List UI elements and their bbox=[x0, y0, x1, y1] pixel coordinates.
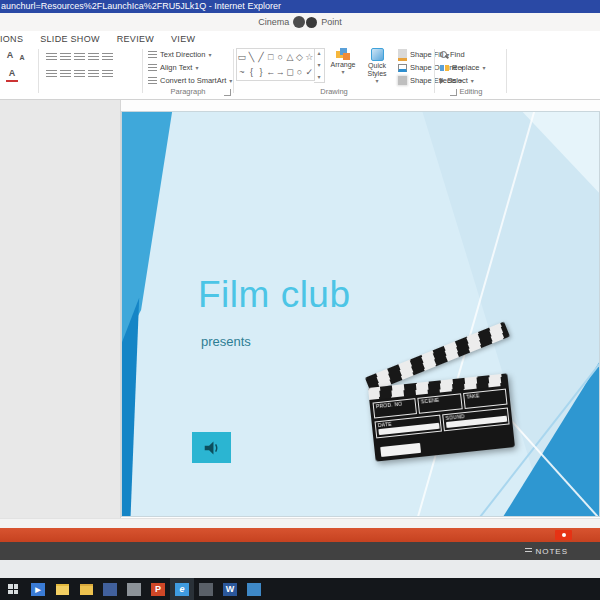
align-center-icon[interactable] bbox=[60, 70, 71, 79]
app-icon bbox=[103, 583, 117, 596]
notification-badge[interactable] bbox=[555, 530, 572, 540]
shape-gallery-item[interactable]: △ bbox=[286, 52, 293, 62]
scroll-up-icon[interactable]: ▴ bbox=[317, 49, 320, 58]
taskbar-file-explorer[interactable] bbox=[50, 578, 74, 600]
shape-gallery-item[interactable]: ◇ bbox=[296, 52, 303, 62]
group-separator bbox=[38, 49, 39, 93]
tab-slide-show[interactable]: SLIDE SHOW bbox=[40, 34, 100, 44]
taskbar-internet-explorer[interactable]: e bbox=[170, 578, 194, 600]
grow-font-icon[interactable]: A bbox=[4, 50, 16, 62]
speaker-icon bbox=[203, 440, 221, 456]
replace-button[interactable]: Replace ▾ bbox=[440, 62, 486, 73]
font-color-icon[interactable]: A bbox=[6, 68, 18, 82]
taskbar-media-player[interactable]: ▶ bbox=[26, 578, 50, 600]
tab-transitions-partial[interactable]: IONS bbox=[0, 34, 23, 44]
find-label: Find bbox=[450, 50, 465, 59]
slide-subtitle[interactable]: presents bbox=[201, 334, 251, 349]
shrink-font-icon[interactable]: A bbox=[16, 52, 28, 64]
align-text-button[interactable]: Align Text ▾ bbox=[148, 62, 198, 73]
convert-to-smartart-button[interactable]: Convert to SmartArt ▾ bbox=[148, 75, 232, 86]
shape-gallery-item[interactable]: ← bbox=[266, 67, 275, 77]
bullets-icon[interactable] bbox=[46, 53, 57, 62]
quick-styles-button[interactable]: Quick Styles ▾ bbox=[361, 48, 393, 88]
ribbon-tab-bar: IONS SLIDE SHOW REVIEW VIEW bbox=[0, 31, 600, 46]
clapper-board: PROD. NO SCENE TAKE DATE SOUND bbox=[368, 373, 515, 461]
slide-title[interactable]: Film club bbox=[198, 274, 351, 316]
shape-gallery-item[interactable]: → bbox=[276, 67, 285, 77]
numbering-icon[interactable] bbox=[60, 53, 71, 62]
notes-label: NOTES bbox=[535, 547, 568, 556]
align-text-icon bbox=[148, 64, 157, 72]
shape-gallery-item[interactable]: ╱ bbox=[258, 52, 263, 62]
slide[interactable]: Film club presents PROD. NO SCENE TAKE bbox=[122, 112, 599, 516]
scroll-down-icon[interactable]: ▾ bbox=[317, 61, 320, 70]
ie-icon: e bbox=[175, 583, 189, 596]
select-button[interactable]: Select ▾ bbox=[440, 75, 474, 86]
select-icon bbox=[440, 78, 444, 84]
chevron-down-icon: ▾ bbox=[471, 78, 474, 84]
increase-indent-icon[interactable] bbox=[88, 53, 99, 62]
shape-outline-icon bbox=[398, 64, 407, 72]
editing-group-label: Editing bbox=[437, 87, 505, 96]
text-direction-button[interactable]: Text Direction ▾ bbox=[148, 49, 211, 60]
taskbar-word[interactable]: W bbox=[218, 578, 242, 600]
drawing-group-label: Drawing bbox=[299, 87, 369, 96]
gallery-more-icon[interactable]: ▾ bbox=[317, 73, 320, 82]
shape-gallery-item[interactable]: } bbox=[260, 67, 263, 77]
clapper-value-box bbox=[380, 443, 421, 457]
shape-fill-icon bbox=[398, 49, 407, 61]
quick-styles-label: Quick Styles bbox=[361, 62, 393, 78]
clapperboard-image[interactable]: PROD. NO SCENE TAKE DATE SOUND bbox=[360, 326, 535, 486]
tab-review[interactable]: REVIEW bbox=[117, 34, 154, 44]
find-icon bbox=[440, 51, 447, 58]
smartart-icon bbox=[148, 77, 157, 85]
start-button[interactable] bbox=[0, 578, 26, 600]
chevron-down-icon: ▾ bbox=[229, 78, 232, 84]
notes-button[interactable]: NOTES bbox=[525, 547, 568, 556]
align-right-icon[interactable] bbox=[74, 70, 85, 79]
shape-gallery-item[interactable]: ◻ bbox=[286, 67, 293, 77]
text-direction-label: Text Direction bbox=[160, 50, 205, 59]
audio-playback-button[interactable] bbox=[192, 432, 231, 463]
justify-icon[interactable] bbox=[88, 70, 99, 79]
shape-gallery-item[interactable]: ○ bbox=[278, 52, 283, 62]
shape-gallery-item[interactable]: { bbox=[250, 67, 253, 77]
shape-gallery-item[interactable]: □ bbox=[268, 52, 273, 62]
notification-bar bbox=[0, 528, 600, 542]
align-left-icon[interactable] bbox=[46, 70, 57, 79]
account-avatar[interactable] bbox=[293, 16, 305, 28]
shape-effects-icon bbox=[398, 76, 407, 85]
shape-gallery-item[interactable]: ▭ bbox=[238, 52, 247, 62]
ie-titlebar: aunchurl=Resources%2FLaunchIca%2FRU5JLk1… bbox=[0, 0, 600, 13]
find-button[interactable]: Find bbox=[440, 49, 465, 60]
powerpoint-titlebar: Cinema Point bbox=[0, 13, 600, 31]
columns-icon[interactable] bbox=[102, 70, 113, 79]
taskbar-powerpoint[interactable]: P bbox=[146, 578, 170, 600]
document-title: Cinema bbox=[258, 17, 289, 27]
shape-gallery-item[interactable]: ○ bbox=[297, 67, 302, 77]
shapes-gallery: ▭ ╲ ╱ □ ○ △ ◇ ☆ ~ { } ← → ◻ ○ ✓ bbox=[236, 48, 315, 81]
group-separator bbox=[434, 49, 435, 93]
line-spacing-icon[interactable] bbox=[102, 53, 113, 62]
shape-gallery-item[interactable]: ☆ bbox=[305, 52, 313, 62]
taskbar-app-3[interactable] bbox=[194, 578, 218, 600]
decrease-indent-icon[interactable] bbox=[74, 53, 85, 62]
taskbar-documents-folder[interactable] bbox=[74, 578, 98, 600]
shapes-gallery-scrollbar[interactable]: ▴ ▾ ▾ bbox=[314, 48, 325, 83]
clapper-label-prod: PROD. NO bbox=[376, 401, 403, 410]
shape-gallery-item[interactable]: ╲ bbox=[249, 52, 254, 62]
editing-canvas: Film club presents PROD. NO SCENE TAKE bbox=[121, 100, 600, 518]
shape-gallery-item[interactable]: ~ bbox=[239, 67, 244, 77]
group-separator bbox=[233, 49, 234, 93]
taskbar-app-1[interactable] bbox=[98, 578, 122, 600]
replace-icon bbox=[440, 65, 449, 71]
taskbar-app-2[interactable] bbox=[122, 578, 146, 600]
paragraph-dialog-launcher[interactable] bbox=[224, 89, 231, 96]
arrange-button[interactable]: Arrange ▾ bbox=[327, 48, 359, 88]
shape-gallery-item[interactable]: ✓ bbox=[305, 67, 313, 77]
taskbar-app-4[interactable] bbox=[242, 578, 266, 600]
play-icon: ▶ bbox=[31, 583, 45, 596]
app-name: Point bbox=[321, 17, 342, 27]
slide-thumbnails-pane[interactable] bbox=[0, 100, 121, 518]
tab-view[interactable]: VIEW bbox=[171, 34, 195, 44]
